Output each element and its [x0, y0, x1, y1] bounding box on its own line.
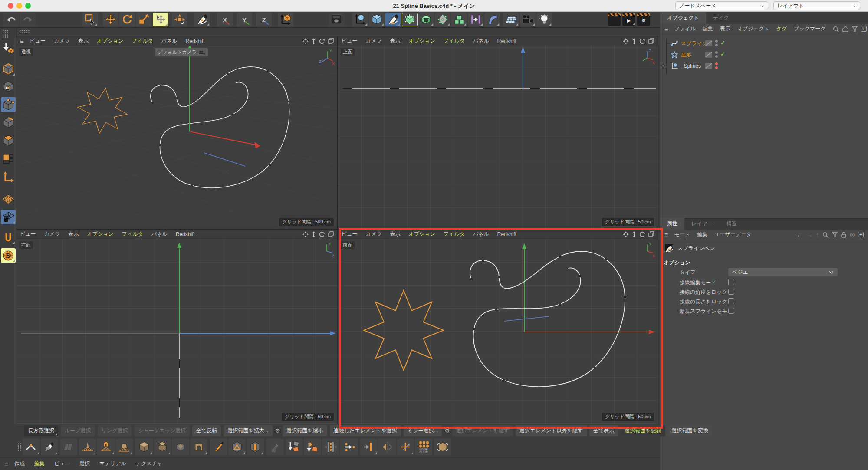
- drag-handle[interactable]: [19, 30, 30, 34]
- tab-layers[interactable]: レイヤー: [684, 218, 720, 230]
- quantize-button[interactable]: S: [1, 248, 16, 263]
- menu-camera[interactable]: カメラ: [366, 37, 382, 45]
- menu-filter[interactable]: フィルタ: [122, 230, 143, 238]
- maximize-view-icon[interactable]: [328, 38, 334, 44]
- axis-center-tool-icon[interactable]: [397, 439, 414, 455]
- editor-visibility-dot[interactable]: [715, 51, 718, 54]
- editor-visibility-dot[interactable]: [715, 40, 718, 43]
- drag-handle[interactable]: [2, 30, 8, 39]
- sharp-edge-selection-button[interactable]: シャープエッジ選択: [134, 425, 190, 436]
- options-section-header[interactable]: オプション: [664, 259, 690, 266]
- lock-icon[interactable]: [841, 232, 846, 238]
- align-edge-tool-icon[interactable]: [360, 439, 378, 455]
- panel-menu-icon[interactable]: ≡: [664, 25, 668, 33]
- layout-dropdown[interactable]: レイアウト: [773, 1, 860, 10]
- extrude-tool-icon[interactable]: [154, 439, 171, 455]
- inner-extrude-tool-icon[interactable]: [228, 439, 246, 455]
- convert-selection-button[interactable]: 選択範囲を変換: [668, 425, 712, 436]
- menu-tags[interactable]: タグ: [776, 25, 787, 33]
- edge-mode-button[interactable]: [1, 115, 16, 130]
- pan-view-icon[interactable]: [302, 231, 309, 237]
- polygon-pen-tool-icon[interactable]: [41, 439, 58, 455]
- polygon-mode-button[interactable]: [1, 133, 16, 148]
- tangent-handle-blue[interactable]: [204, 153, 245, 166]
- scale-tool-button[interactable]: [136, 13, 151, 26]
- render-visibility-dot[interactable]: [715, 55, 718, 58]
- viewport-canvas[interactable]: 透視 デフォルトカメラ Y Z X グリッド間隔 : 500 cm: [16, 46, 337, 229]
- type-select[interactable]: ベジエ: [728, 268, 838, 276]
- split-tool-icon[interactable]: [304, 439, 321, 455]
- viewport-top[interactable]: ビュー カメラ 表示 オプション フィルタ パネル Redshift 上面: [338, 36, 658, 229]
- subdivide-tool-icon[interactable]: [60, 439, 77, 455]
- layer-toggle-icon[interactable]: [705, 40, 712, 46]
- point-slide-tool-icon[interactable]: [340, 439, 358, 455]
- magnet-grid-tool-icon[interactable]: [97, 439, 115, 455]
- array-spike-tool-icon[interactable]: [79, 439, 96, 455]
- menu-bookmarks[interactable]: ブックマーク: [794, 25, 825, 33]
- menu-redshift[interactable]: Redshift: [176, 231, 195, 237]
- light-button[interactable]: [536, 13, 552, 26]
- menu-file[interactable]: ファイル: [674, 25, 696, 33]
- search-icon[interactable]: [822, 232, 829, 238]
- tab-attributes[interactable]: 属性: [660, 218, 684, 230]
- cube-primitive-button[interactable]: [369, 13, 385, 26]
- lock-y-axis-button[interactable]: Y: [237, 13, 252, 26]
- camera-chip[interactable]: デフォルトカメラ: [155, 48, 208, 56]
- menu-object[interactable]: オブジェクト: [737, 25, 769, 33]
- volume-builder-button[interactable]: [451, 13, 467, 26]
- menu-display[interactable]: 表示: [68, 230, 79, 238]
- maximize-view-icon[interactable]: [328, 231, 334, 237]
- layer-toggle-icon[interactable]: [705, 52, 712, 58]
- forward-arrow-icon[interactable]: →: [806, 231, 812, 238]
- editor-visibility-dot[interactable]: [715, 62, 718, 65]
- lock-tangent-angle-checkbox[interactable]: [728, 289, 734, 295]
- object-row-splines-group[interactable]: + _Splines: [660, 60, 701, 72]
- viewport-right[interactable]: ビュー カメラ 表示 オプション フィルタ パネル Redshift: [16, 230, 337, 424]
- orbit-view-icon[interactable]: [639, 38, 645, 44]
- orbit-view-icon[interactable]: [319, 231, 325, 237]
- drag-handle[interactable]: [17, 443, 22, 451]
- pan-view-icon[interactable]: [302, 38, 309, 44]
- xyz-coordinates-icon[interactable]: XYZ: [415, 439, 432, 455]
- smooth-shift-tool-icon[interactable]: [172, 439, 189, 455]
- lock-tangent-length-checkbox[interactable]: [728, 298, 734, 304]
- menu-display[interactable]: 表示: [720, 25, 730, 33]
- lock-z-axis-button[interactable]: Z: [256, 13, 272, 26]
- make-editable-button[interactable]: [1, 41, 16, 56]
- workplane-button[interactable]: [1, 192, 16, 207]
- panel-menu-icon[interactable]: ≡: [4, 460, 8, 467]
- invert-all-button[interactable]: 全て反転: [192, 425, 221, 436]
- menu-create[interactable]: 作成: [14, 460, 25, 467]
- object-row-star[interactable]: 星形 ✓: [660, 49, 691, 60]
- menu-view[interactable]: ビュー: [20, 230, 36, 238]
- ring-selection-button[interactable]: リング選択: [98, 425, 132, 436]
- menu-camera[interactable]: カメラ: [54, 37, 70, 45]
- weld-tool-icon[interactable]: [322, 439, 339, 455]
- menu-userdata[interactable]: ユーザーデータ: [714, 231, 751, 238]
- menu-material[interactable]: マテリアル: [99, 460, 126, 467]
- tab-structure[interactable]: 構造: [720, 218, 744, 230]
- maximize-view-icon[interactable]: [648, 38, 654, 44]
- viewport-canvas[interactable]: 右面 Y Z グリッド間隔 : 50 cm: [16, 239, 337, 424]
- add-panel-icon[interactable]: +: [858, 232, 864, 237]
- menu-panel[interactable]: パネル: [161, 37, 178, 45]
- menu-display[interactable]: 表示: [390, 37, 400, 45]
- shrink-selection-button[interactable]: 選択範囲を縮小: [283, 425, 327, 436]
- render-active-view-button[interactable]: [608, 13, 621, 26]
- filter-icon[interactable]: [832, 232, 838, 237]
- coordinate-system-button[interactable]: [278, 13, 293, 26]
- render-view-button[interactable]: [329, 13, 344, 26]
- search-icon[interactable]: [833, 26, 839, 32]
- menu-edit[interactable]: 編集: [703, 25, 713, 33]
- menu-options[interactable]: オプション: [408, 37, 435, 45]
- menu-view[interactable]: ビュー: [342, 37, 358, 45]
- star-spline[interactable]: [74, 85, 130, 137]
- edge-cut-tool-icon[interactable]: [23, 439, 40, 455]
- bend-deformer-button[interactable]: [484, 13, 500, 26]
- move-tool-button[interactable]: [103, 13, 118, 26]
- menu-panel[interactable]: パネル: [473, 37, 489, 45]
- dolly-view-icon[interactable]: [312, 38, 316, 44]
- render-visibility-dot[interactable]: [715, 66, 718, 69]
- orbit-view-icon[interactable]: [319, 38, 325, 44]
- arch-block-tool-icon[interactable]: [190, 439, 207, 455]
